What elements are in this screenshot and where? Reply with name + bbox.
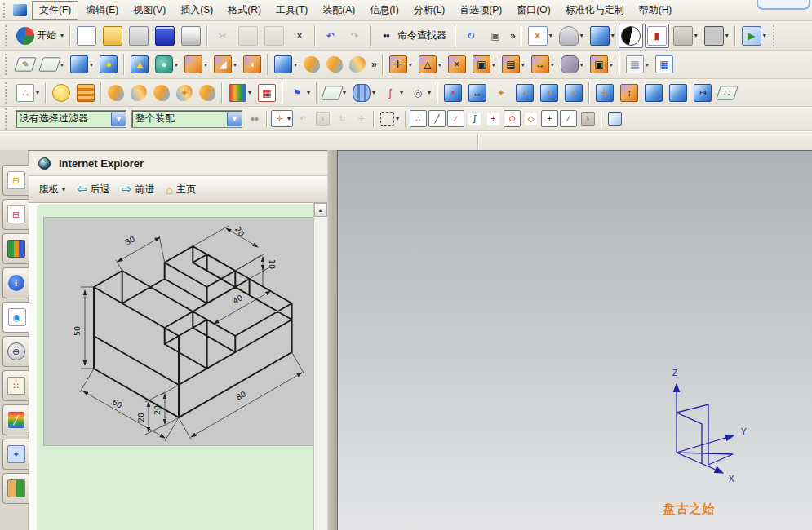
face-blend-button[interactable] bbox=[128, 82, 149, 104]
chevron-down-icon[interactable]: ▾ bbox=[60, 32, 64, 39]
chevron-down-icon[interactable]: ▾ bbox=[492, 61, 495, 68]
toolbar-grip[interactable] bbox=[773, 25, 778, 46]
system-scene-tab[interactable]: ✦ bbox=[2, 439, 29, 470]
menu-window[interactable]: 窗口(O) bbox=[509, 1, 557, 20]
ruled-surface-button[interactable] bbox=[301, 54, 322, 75]
clamp-feature-button[interactable]: ↕ bbox=[618, 82, 641, 104]
copy-button[interactable] bbox=[236, 24, 260, 48]
scope-filter-combo[interactable]: 整个装配▼ bbox=[131, 110, 242, 128]
snap-quadrant-toggle[interactable]: ◇ bbox=[522, 110, 539, 127]
point-set-button[interactable]: ∴▾ bbox=[14, 82, 42, 104]
visualization-tab[interactable]: ╱ bbox=[2, 404, 29, 435]
hole-button[interactable]: ● bbox=[97, 53, 120, 76]
p4-feature-button[interactable]: P4 bbox=[691, 82, 714, 104]
snap-center-toggle[interactable]: ⊙ bbox=[504, 110, 521, 127]
pocket-button[interactable]: ◎▾ bbox=[407, 82, 433, 104]
forward-button[interactable]: ⇨ 前进 bbox=[118, 179, 159, 199]
chevron-down-icon[interactable]: ▾ bbox=[204, 61, 207, 68]
history-tab[interactable]: ⊕ bbox=[2, 336, 29, 367]
resize-face-button[interactable]: ↔▾ bbox=[529, 53, 557, 76]
paste-button[interactable] bbox=[262, 24, 286, 48]
chevron-down-icon[interactable]: ▾ bbox=[60, 61, 64, 68]
chamfer-button[interactable]: ◢▾ bbox=[211, 53, 239, 76]
boss2-feature-button[interactable] bbox=[642, 82, 665, 104]
bounded-plane-button[interactable] bbox=[105, 82, 126, 104]
chevron-down-icon[interactable]: ▾ bbox=[694, 32, 698, 39]
datum-csys-button[interactable]: ✛ bbox=[593, 82, 616, 104]
chevron-down-icon[interactable]: ▾ bbox=[396, 115, 399, 122]
graphics-viewport[interactable]: Z Y X 盘古之始 bbox=[337, 150, 812, 530]
open-recent-button[interactable] bbox=[126, 24, 151, 48]
command-finder-button[interactable]: ●●命令查找器 bbox=[375, 24, 451, 47]
chevron-down-icon[interactable]: ▾ bbox=[611, 32, 615, 39]
sketch-button[interactable]: ✎ bbox=[14, 53, 37, 76]
scrollbar-up-arrow[interactable]: ▲ bbox=[314, 203, 327, 217]
chevron-down-icon[interactable]: ▼ bbox=[227, 112, 242, 126]
snap-endpoint-toggle[interactable]: ╱ bbox=[428, 110, 446, 127]
surface-tools-button[interactable]: ✦ bbox=[174, 82, 195, 104]
chevron-down-icon[interactable]: ▾ bbox=[90, 61, 93, 68]
chevron-down-icon[interactable]: ▾ bbox=[294, 61, 297, 68]
toolbar-grip[interactable] bbox=[5, 82, 10, 104]
window-layout-button[interactable]: ▣ bbox=[484, 24, 507, 47]
menu-preferences[interactable]: 首选项(P) bbox=[452, 1, 509, 20]
hidden-edges-button[interactable]: ▾ bbox=[671, 24, 700, 48]
blend-button[interactable]: ▾ bbox=[182, 53, 210, 76]
save-button[interactable] bbox=[153, 24, 177, 48]
roles-tab[interactable] bbox=[2, 473, 29, 504]
snap-face-toggle[interactable]: ◗ bbox=[579, 109, 597, 128]
print-button[interactable] bbox=[179, 24, 203, 48]
chevron-down-icon[interactable]: ▾ bbox=[763, 32, 766, 39]
undo-button[interactable]: ↶ bbox=[319, 24, 342, 47]
chevron-down-icon[interactable]: ▼ bbox=[111, 112, 126, 126]
light-button[interactable] bbox=[50, 82, 73, 104]
toolbar1-overflow[interactable]: » bbox=[508, 30, 518, 42]
section-view-button[interactable]: ▮ bbox=[645, 24, 669, 48]
mesh-display-button[interactable]: ▦▾ bbox=[623, 53, 651, 76]
swept-button[interactable]: ▾ bbox=[272, 53, 300, 76]
styled-blend-button[interactable] bbox=[151, 82, 172, 104]
layer-settings-button[interactable] bbox=[74, 82, 97, 104]
isometric-view-button[interactable]: ▾ bbox=[588, 24, 617, 48]
rotate-point-button[interactable]: ↻ bbox=[334, 110, 351, 127]
snap-point-menu-button[interactable]: ✛▾ bbox=[271, 110, 293, 127]
chevron-down-icon[interactable]: ▾ bbox=[610, 61, 613, 68]
chevron-down-icon[interactable]: ▾ bbox=[343, 89, 346, 96]
snap-midpoint-toggle[interactable]: ∕ bbox=[447, 110, 464, 127]
selection-filter-combo[interactable]: 没有选择过滤器▼ bbox=[16, 110, 126, 128]
start-menu-button[interactable]: 开始▾ bbox=[14, 24, 66, 47]
chevron-down-icon[interactable]: ▾ bbox=[372, 89, 375, 96]
view-orientation-button[interactable]: ▶▾ bbox=[739, 24, 769, 48]
background-swatch-button[interactable]: ▾ bbox=[702, 24, 731, 48]
through-curves-button[interactable] bbox=[324, 54, 345, 75]
delete-button[interactable]: × bbox=[288, 24, 311, 47]
bridge-surface-button[interactable] bbox=[197, 82, 218, 104]
menu-assemblies[interactable]: 装配(A) bbox=[315, 1, 362, 20]
chevron-down-icon[interactable]: ▾ bbox=[409, 61, 412, 68]
wireframe-cube-button[interactable] bbox=[606, 109, 624, 128]
snap-curve-toggle[interactable]: ʃ bbox=[466, 110, 483, 127]
snap-existing-point-toggle[interactable]: + bbox=[541, 110, 558, 127]
datum-plane-button[interactable]: ▾ bbox=[38, 53, 66, 76]
chevron-down-icon[interactable]: ▾ bbox=[175, 61, 178, 68]
palettes-tab[interactable]: ∷ bbox=[2, 370, 29, 401]
chevron-down-icon[interactable]: ▾ bbox=[428, 89, 431, 96]
grid-sheet-button[interactable]: ▦ bbox=[255, 82, 278, 104]
pocket2-feature-button[interactable] bbox=[667, 82, 690, 104]
palette-menu-button[interactable]: 腹板 ▾ bbox=[35, 180, 69, 199]
menu-view[interactable]: 视图(V) bbox=[126, 1, 173, 20]
marquee-select-button[interactable]: ▾ bbox=[378, 109, 402, 128]
new-file-button[interactable] bbox=[74, 24, 99, 48]
offset-body-button[interactable]: ↔ bbox=[466, 82, 489, 104]
studio-surface-button[interactable]: ▾ bbox=[226, 82, 254, 104]
spreadsheet-button[interactable]: ▦ bbox=[653, 53, 676, 76]
find-component-button[interactable]: ●● bbox=[246, 110, 263, 127]
chevron-down-icon[interactable]: ▾ bbox=[400, 89, 403, 96]
chevron-down-icon[interactable]: ▾ bbox=[36, 89, 39, 96]
menu-help[interactable]: 帮助(H) bbox=[632, 1, 680, 20]
orient-view-button[interactable]: ▾ bbox=[557, 24, 586, 48]
chevron-down-icon[interactable]: ▾ bbox=[646, 61, 649, 68]
delete-face-button[interactable]: △▾ bbox=[416, 53, 444, 76]
internet-explorer-tab[interactable]: ◉ bbox=[2, 302, 30, 333]
boundary-face-button[interactable]: ▣▾ bbox=[588, 53, 615, 76]
